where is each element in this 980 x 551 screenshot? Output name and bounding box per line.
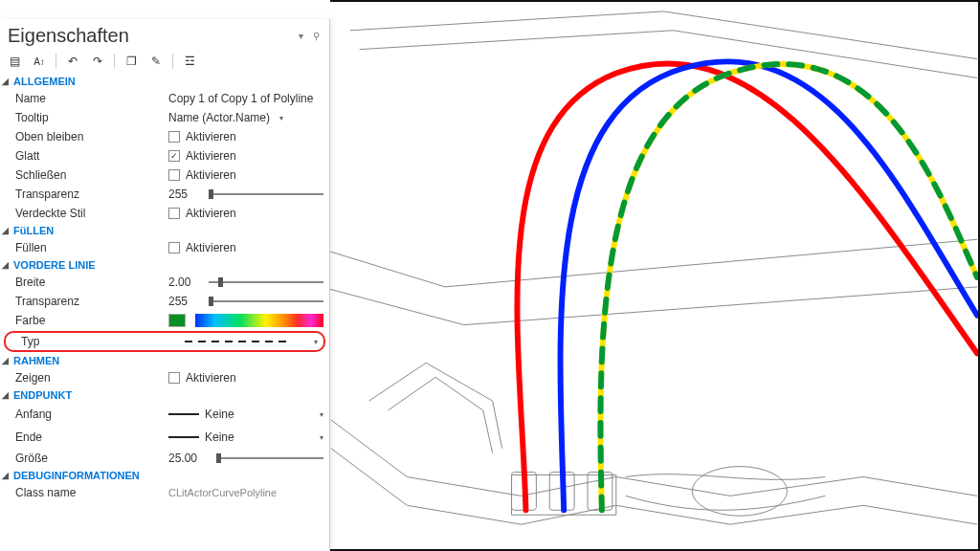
yellow-cable [600, 64, 977, 510]
slider-breite[interactable] [209, 276, 323, 289]
slider-transparenz-linie[interactable] [209, 295, 323, 308]
info-icon[interactable]: ☲ [181, 53, 198, 70]
row-transparenz: Transparenz 255 [0, 185, 329, 204]
row-classname: Class name CLitActorCurvePolyline [0, 483, 329, 502]
row-glatt: Glatt Aktivieren [0, 146, 329, 165]
toolbar-separator [172, 54, 173, 69]
checkbox-zeigen[interactable] [168, 372, 180, 384]
value-anfang[interactable]: Keine [205, 408, 234, 421]
section-title: VORDERE LINIE [13, 259, 96, 271]
chevron-down-icon[interactable]: ▾ [276, 114, 283, 122]
aktivieren-label: Aktivieren [186, 207, 236, 220]
value-groesse[interactable]: 25.00 [168, 452, 211, 465]
section-header-rahmen[interactable]: ◢ RAHMEN [0, 353, 329, 368]
checkbox-glatt[interactable] [168, 150, 180, 162]
value-tooltip[interactable]: Name (Actor.Name) [168, 111, 270, 124]
chevron-down-icon[interactable]: ▾ [310, 338, 318, 346]
row-fuellen: Füllen Aktivieren [0, 238, 329, 257]
color-swatch[interactable] [168, 314, 186, 327]
section-header-endpunkt[interactable]: ◢ ENDPUNKT [0, 387, 329, 403]
aktivieren-label: Aktivieren [186, 130, 236, 143]
row-transparenz-linie: Transparenz 255 [0, 292, 329, 311]
properties-toolbar: ▤ A↕ ↶ ↷ ❐ ✎ ☲ [0, 49, 329, 74]
aktivieren-label: Aktivieren [186, 168, 236, 182]
slider-groesse[interactable] [216, 452, 323, 465]
label-oben: Oben bleiben [15, 130, 168, 143]
undo-icon[interactable]: ↶ [64, 53, 81, 70]
section-title: DEBUGINFORMATIONEN [13, 470, 140, 481]
label-groesse: Größe [15, 452, 168, 465]
value-name[interactable]: Copy 1 of Copy 1 of Polyline [168, 92, 313, 105]
chevron-down-icon[interactable]: ▾ [316, 433, 323, 442]
label-typ: Typ [21, 335, 167, 348]
label-farbe: Farbe [15, 314, 168, 327]
label-ende: Ende [15, 430, 168, 444]
section-debug: ◢ DEBUGINFORMATIONEN Class name CLitActo… [0, 468, 329, 502]
chevron-down-icon[interactable]: ▾ [316, 410, 323, 419]
row-verdeckte: Verdeckte Stil Aktivieren [0, 204, 329, 223]
row-oben-bleiben: Oben bleiben Aktivieren [0, 127, 329, 146]
3d-viewport[interactable] [330, 0, 980, 551]
section-title: FüLLEN [13, 225, 54, 236]
value-transparenz[interactable]: 255 [168, 295, 203, 308]
section-header-allgemein[interactable]: ◢ ALLGEMEIN [0, 74, 329, 89]
startcap-preview [168, 413, 199, 415]
section-header-debug[interactable]: ◢ DEBUGINFORMATIONEN [0, 468, 329, 483]
checkbox-fuellen[interactable] [168, 242, 180, 253]
sort-az-icon[interactable]: A↕ [31, 53, 48, 70]
line-type-preview [167, 335, 304, 348]
collapse-icon: ◢ [2, 260, 10, 270]
label-anfang: Anfang [15, 408, 168, 421]
row-farbe: Farbe [0, 311, 329, 330]
label-zeigen: Zeigen [15, 371, 168, 385]
panel-title: Eigenschaften [8, 25, 129, 47]
slider-transparenz[interactable] [209, 187, 323, 201]
label-transparenz: Transparenz [15, 295, 168, 308]
color-gradient-picker[interactable] [195, 314, 323, 327]
aktivieren-label: Aktivieren [186, 241, 236, 254]
red-cable [517, 63, 977, 510]
pin-icon[interactable]: ⚲ [313, 31, 320, 41]
section-title: ENDPUNKT [13, 389, 72, 401]
collapse-icon: ◢ [2, 226, 10, 235]
toolbar-separator [114, 54, 115, 69]
value-classname: CLitActorCurvePolyline [168, 487, 277, 498]
value-ende[interactable]: Keine [205, 430, 234, 444]
row-typ[interactable]: Typ ▾ [4, 331, 325, 352]
checkbox-oben[interactable] [168, 131, 180, 143]
label-glatt: Glatt [15, 149, 168, 163]
row-zeigen: Zeigen Aktivieren [0, 368, 329, 387]
value-breite[interactable]: 2.00 [168, 276, 203, 289]
svg-point-3 [692, 467, 787, 517]
section-vordere-linie: ◢ VORDERE LINIE Breite 2.00 Transparenz … [0, 257, 329, 352]
collapse-icon: ◢ [2, 471, 10, 480]
dropdown-icon[interactable]: ▾ [299, 31, 303, 41]
value-transparenz[interactable]: 255 [168, 187, 203, 201]
edit-icon[interactable]: ✎ [147, 53, 165, 70]
redo-icon[interactable]: ↷ [89, 53, 106, 70]
label-transparenz: Transparenz [15, 187, 168, 201]
properties-panel: Eigenschaften ▾ ⚲ ▤ A↕ ↶ ↷ ❐ ✎ ☲ ◢ ALLGE… [0, 19, 330, 551]
row-anfang: Anfang Keine ▾ [0, 403, 329, 426]
section-header-vordere[interactable]: ◢ VORDERE LINIE [0, 257, 329, 273]
copy-icon[interactable]: ❐ [122, 53, 140, 70]
label-fuellen: Füllen [15, 241, 168, 254]
row-breite: Breite 2.00 [0, 273, 329, 292]
blue-cable [560, 61, 977, 510]
panel-header-controls: ▾ ⚲ [299, 31, 320, 41]
row-ende: Ende Keine ▾ [0, 426, 329, 449]
panel-header: Eigenschaften ▾ ⚲ [0, 19, 329, 49]
section-title: RAHMEN [13, 355, 59, 366]
cad-drawing [330, 2, 978, 549]
row-groesse: Größe 25.00 [0, 449, 329, 468]
aktivieren-label: Aktivieren [186, 149, 236, 163]
aktivieren-label: Aktivieren [186, 371, 236, 385]
checkbox-verdeckte[interactable] [168, 208, 180, 219]
section-endpunkt: ◢ ENDPUNKT Anfang Keine ▾ Ende Keine ▾ G… [0, 387, 329, 468]
label-breite: Breite [15, 276, 168, 289]
row-tooltip: Tooltip Name (Actor.Name) ▾ [0, 108, 329, 127]
section-header-fuellen[interactable]: ◢ FüLLEN [0, 223, 329, 238]
categorized-icon[interactable]: ▤ [6, 53, 23, 70]
checkbox-schliessen[interactable] [168, 169, 180, 181]
label-name: Name [15, 92, 168, 105]
